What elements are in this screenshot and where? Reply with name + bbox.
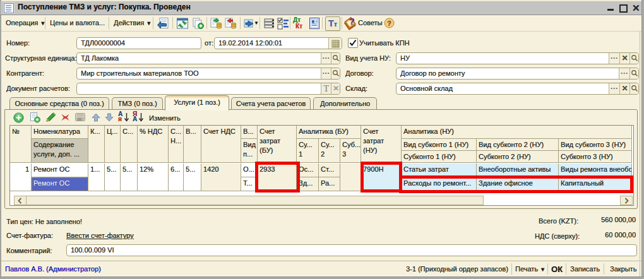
- svg-text:?: ?: [349, 16, 355, 27]
- svg-text:ОК: ОК: [78, 118, 82, 121]
- svg-text:?: ?: [387, 20, 391, 27]
